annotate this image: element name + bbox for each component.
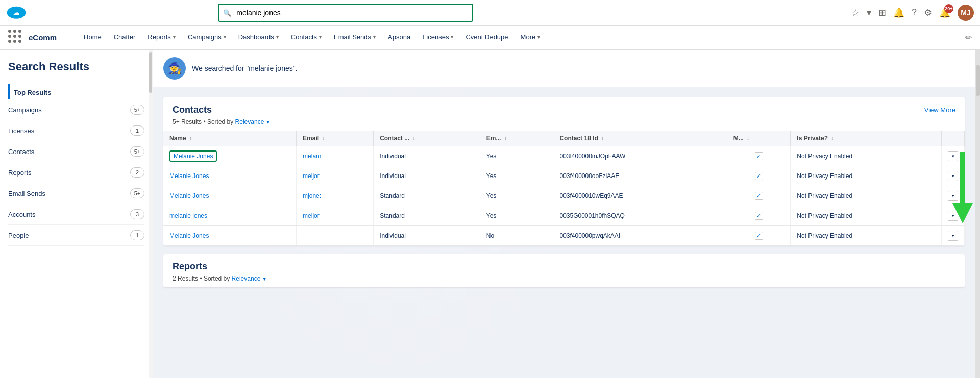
contact-name-link[interactable]: Melanie Jones bbox=[169, 232, 209, 239]
avatar[interactable]: MJ bbox=[958, 5, 974, 21]
col-is-private[interactable]: Is Private? ↕ bbox=[791, 131, 942, 146]
nav-label-cvent-dedupe: Cvent Dedupe bbox=[465, 33, 508, 41]
cell-name: Melanie Jones bbox=[163, 186, 297, 206]
email-link[interactable]: meljor bbox=[303, 172, 320, 180]
star-icon[interactable]: ☆ bbox=[851, 7, 860, 18]
cell-contact-18-id: 003f400000mJOpFAAW bbox=[553, 146, 727, 166]
email-link[interactable]: meljor bbox=[303, 212, 320, 219]
dropdown-icon[interactable]: ▾ bbox=[867, 7, 871, 18]
search-input[interactable] bbox=[218, 4, 473, 22]
cell-m bbox=[727, 146, 791, 166]
cell-email: mjone: bbox=[297, 186, 374, 206]
sidebar-scrollbar[interactable] bbox=[149, 50, 153, 378]
row-dropdown-btn[interactable]: ▾ bbox=[948, 191, 958, 201]
cell-em: Yes bbox=[480, 146, 553, 166]
contact-name-link[interactable]: melanie jones bbox=[169, 212, 207, 219]
nav-item-more[interactable]: More ▾ bbox=[514, 26, 547, 50]
nav-item-dashboards[interactable]: Dashboards ▾ bbox=[232, 26, 285, 50]
nav-bar: eComm Home Chatter Reports ▾ Campaigns ▾… bbox=[0, 26, 980, 50]
sidebar-item-people[interactable]: People 1 bbox=[8, 225, 144, 246]
col-email[interactable]: Email ↕ bbox=[297, 131, 374, 146]
sidebar-item-reports[interactable]: Reports 2 bbox=[8, 162, 144, 183]
row-dropdown-btn[interactable]: ▾ bbox=[948, 211, 958, 221]
nav-item-licenses[interactable]: Licenses ▾ bbox=[416, 26, 459, 50]
nav-label-licenses: Licenses bbox=[423, 33, 449, 41]
nav-item-chatter[interactable]: Chatter bbox=[108, 26, 142, 50]
add-icon[interactable]: ⊞ bbox=[878, 7, 886, 18]
notification-wrapper: 🔔 20+ bbox=[939, 7, 950, 18]
sidebar-item-name: Contacts bbox=[8, 148, 34, 156]
col-name[interactable]: Name ↕ bbox=[163, 131, 297, 146]
checkbox-m[interactable] bbox=[755, 212, 763, 220]
sidebar-item-campaigns[interactable]: Campaigns 5+ bbox=[8, 99, 144, 120]
col-m[interactable]: M... ↕ bbox=[727, 131, 791, 146]
table-header-row: Name ↕ Email ↕ Contact ... ↕ Em... ↕ Con… bbox=[163, 131, 965, 146]
col-contact-18-id[interactable]: Contact 18 Id ↕ bbox=[553, 131, 727, 146]
sidebar-item-count: 5+ bbox=[130, 188, 144, 198]
reports-section-subtitle: 2 Results • Sorted by Relevance ▼ bbox=[163, 275, 965, 287]
sidebar-item-name: Campaigns bbox=[8, 106, 42, 114]
nav-item-email-sends[interactable]: Email Sends ▾ bbox=[328, 26, 382, 50]
bell-setup-icon[interactable]: 🔔 bbox=[893, 7, 904, 18]
cell-m bbox=[727, 226, 791, 246]
table-row: Melanie Jones melani Individual Yes 003f… bbox=[163, 146, 965, 166]
top-bar: ☁ 🔍 ☆ ▾ ⊞ 🔔 ? ⚙ 🔔 20+ MJ bbox=[0, 0, 980, 26]
row-dropdown-btn[interactable]: ▾ bbox=[948, 151, 958, 161]
sidebar-item-name: Licenses bbox=[8, 127, 34, 135]
nav-item-campaigns[interactable]: Campaigns ▾ bbox=[182, 26, 232, 50]
content-area: 🧙 We searched for "melanie jones". Conta… bbox=[153, 50, 975, 378]
contact-name-link[interactable]: Melanie Jones bbox=[169, 150, 217, 162]
checkbox-m[interactable] bbox=[755, 192, 763, 200]
app-name: eComm bbox=[29, 33, 67, 42]
content-scrollbar[interactable] bbox=[975, 50, 980, 378]
nav-item-home[interactable]: Home bbox=[78, 26, 108, 50]
relevance-sort[interactable]: Relevance ▼ bbox=[235, 118, 271, 125]
cell-name: Melanie Jones bbox=[163, 166, 297, 186]
checkbox-m[interactable] bbox=[755, 152, 763, 160]
view-more-link[interactable]: View More bbox=[924, 106, 955, 114]
checkbox-m[interactable] bbox=[755, 232, 763, 240]
cell-dropdown: ▾ bbox=[942, 226, 965, 246]
nav-label-apsona: Apsona bbox=[388, 33, 410, 41]
sidebar-item-accounts[interactable]: Accounts 3 bbox=[8, 204, 144, 225]
nav-item-apsona[interactable]: Apsona bbox=[382, 26, 416, 50]
table-row: melanie jones meljor Standard Yes 0035G0… bbox=[163, 206, 965, 226]
nav-item-contacts[interactable]: Contacts ▾ bbox=[285, 26, 328, 50]
nav-item-reports[interactable]: Reports ▾ bbox=[141, 26, 182, 50]
sidebar-item-email-sends[interactable]: Email Sends 5+ bbox=[8, 183, 144, 204]
email-link[interactable]: mjone: bbox=[303, 192, 321, 199]
sidebar-item-contacts[interactable]: Contacts 5+ bbox=[8, 141, 144, 162]
sidebar-item-count: 5+ bbox=[130, 146, 144, 157]
app-launcher-icon[interactable] bbox=[8, 30, 24, 46]
nav-label-reports: Reports bbox=[148, 33, 171, 41]
cell-em: No bbox=[480, 226, 553, 246]
main-layout: Search Results Top Results Campaigns 5+ … bbox=[0, 50, 980, 378]
sidebar-item-count: 1 bbox=[130, 125, 144, 136]
content-inner: Contacts View More 5+ Results • Sorted b… bbox=[153, 87, 975, 306]
col-em[interactable]: Em... ↕ bbox=[480, 131, 553, 146]
row-dropdown-btn[interactable]: ▾ bbox=[948, 231, 958, 241]
table-row: Melanie Jones meljor Individual Yes 003f… bbox=[163, 166, 965, 186]
cell-em: Yes bbox=[480, 166, 553, 186]
cell-contact-type: Standard bbox=[374, 206, 480, 226]
row-dropdown-btn[interactable]: ▾ bbox=[948, 171, 958, 181]
help-icon[interactable]: ? bbox=[912, 7, 917, 18]
reports-relevance-sort[interactable]: Relevance ▼ bbox=[232, 275, 267, 282]
reports-section-title: Reports bbox=[173, 261, 207, 272]
settings-icon[interactable]: ⚙ bbox=[924, 7, 932, 18]
contact-name-link[interactable]: Melanie Jones bbox=[169, 192, 209, 199]
table-row: Melanie Jones mjone: Standard Yes 003f40… bbox=[163, 186, 965, 206]
cell-is-private: Not Privacy Enabled bbox=[791, 166, 942, 186]
cell-name: Melanie Jones bbox=[163, 146, 297, 166]
checkbox-m[interactable] bbox=[755, 172, 763, 180]
nav-edit-icon[interactable]: ✏ bbox=[965, 33, 972, 42]
contacts-section-subtitle: 5+ Results • Sorted by Relevance ▼ bbox=[163, 118, 965, 131]
cell-contact-type: Individual bbox=[374, 166, 480, 186]
salesforce-logo[interactable]: ☁ bbox=[6, 3, 27, 23]
sidebar-item-licenses[interactable]: Licenses 1 bbox=[8, 120, 144, 141]
nav-item-cvent-dedupe[interactable]: Cvent Dedupe bbox=[459, 26, 514, 50]
contact-name-link[interactable]: Melanie Jones bbox=[169, 172, 209, 180]
email-link[interactable]: melani bbox=[303, 153, 321, 160]
chevron-down-icon: ▾ bbox=[373, 34, 376, 40]
col-contact-type[interactable]: Contact ... ↕ bbox=[374, 131, 480, 146]
